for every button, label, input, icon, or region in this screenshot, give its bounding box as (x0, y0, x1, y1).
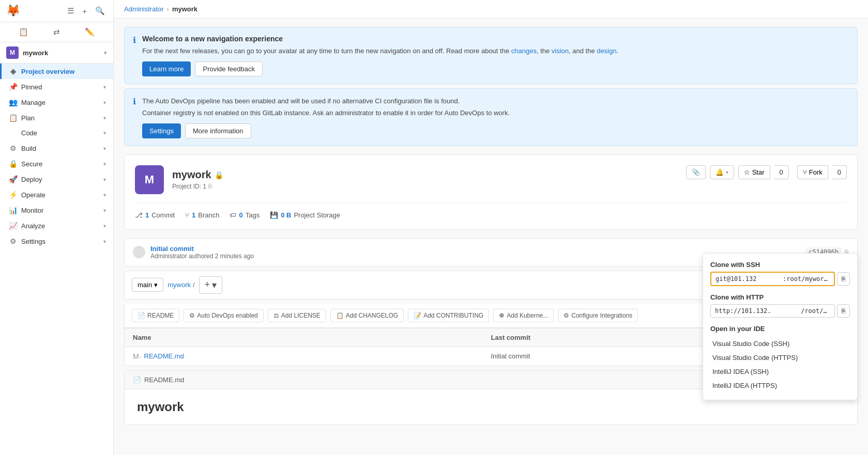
sidebar-item-secure[interactable]: 🔒 Secure ▾ (0, 156, 113, 171)
sidebar-item-project-overview[interactable]: ◈ Project overview (0, 64, 113, 79)
clone-ide-option[interactable]: IntelliJ IDEA (HTTPS) (710, 379, 850, 393)
sidebar-toggle-button[interactable]: ☰ (65, 4, 76, 18)
learn-more-button[interactable]: Learn more (142, 61, 191, 76)
sidebar-item-code[interactable]: Code ▾ (0, 125, 113, 140)
file-toolbar-left: main ▾ mywork / + ▾ (132, 276, 222, 294)
search-button[interactable]: 🔍 (93, 4, 107, 18)
breadcrumb: Administrator › mywork (114, 0, 868, 19)
project-selector-name: mywork (23, 49, 48, 57)
provide-feedback-button[interactable]: Provide feedback (195, 61, 262, 76)
notifications-button[interactable]: 🔔 ▾ (710, 165, 734, 179)
clone-http-copy-button[interactable]: ⎘ (837, 304, 850, 318)
fork-button[interactable]: ⑂ Fork (797, 165, 828, 179)
settings-button[interactable]: Settings (142, 123, 181, 138)
star-button[interactable]: ☆ Star (738, 165, 770, 179)
project-name-text: mywork (172, 169, 211, 181)
sidebar-item-label-monitor: Monitor (21, 207, 99, 214)
clone-ide-option[interactable]: Visual Studio Code (HTTPS) (710, 351, 850, 365)
sidebar-item-chevron-pinned: ▾ (103, 84, 106, 90)
devops-banner-line1: The Auto DevOps pipeline has been enable… (142, 96, 849, 106)
sidebar-item-icon-secure: 🔒 (9, 160, 17, 168)
file-path-breadcrumb: mywork / (167, 281, 194, 289)
project-avatar: M (6, 46, 19, 59)
banner-changes-link[interactable]: changes (511, 47, 537, 55)
new-item-button[interactable]: + (80, 5, 89, 18)
project-stat-branch[interactable]: ⑂1Branch (185, 211, 219, 219)
project-stat-project storage[interactable]: 💾0 BProject Storage (270, 211, 340, 219)
quick-action-add-kuberne...[interactable]: ☸Add Kuberne... (493, 309, 554, 322)
path-root[interactable]: mywork (167, 281, 191, 289)
quick-action-label: Auto DevOps enabled (197, 312, 257, 319)
main-wrapper: Administrator › mywork ℹ Welcome to a ne… (114, 0, 868, 455)
clone-ide-option[interactable]: IntelliJ IDEA (SSH) (710, 365, 850, 379)
sidebar-panel-icon[interactable]: 📋 (17, 25, 31, 39)
sidebar-item-settings[interactable]: ⚙ Settings ▾ (0, 233, 113, 249)
gitlab-logo-icon[interactable]: 🦊 (6, 4, 20, 18)
quick-action-add-license[interactable]: ⚖Add LICENSE (268, 309, 326, 322)
sidebar-item-chevron-operate: ▾ (103, 192, 106, 198)
sidebar-item-monitor[interactable]: 📊 Monitor ▾ (0, 202, 113, 218)
sidebar-item-pinned[interactable]: 📌 Pinned ▾ (0, 79, 113, 95)
devops-banner-actions: Settings More information (142, 123, 849, 138)
project-stat-commit[interactable]: ⎇1Commit (135, 211, 175, 219)
stat-icon: 💾 (270, 211, 278, 219)
sidebar-item-label-deploy: Deploy (21, 176, 99, 183)
project-info: mywork 🔒 Project ID: 1 ⎘ (172, 169, 223, 190)
more-information-button[interactable]: More information (185, 123, 251, 138)
banner-design-link[interactable]: design (597, 47, 616, 55)
sidebar-item-build[interactable]: ⚙ Build ▾ (0, 140, 113, 156)
commit-message[interactable]: Initial commit (150, 245, 254, 253)
configure-integrations-button[interactable]: ⚙Configure Integrations (558, 309, 638, 322)
quick-action-readme[interactable]: 📄README (132, 309, 179, 322)
sidebar-item-label-plan: Plan (21, 114, 99, 122)
stat-icon: 🏷 (230, 211, 236, 219)
project-id-row: Project ID: 1 ⎘ (172, 183, 223, 190)
breadcrumb-separator: › (167, 5, 169, 13)
merge-requests-icon[interactable]: ⇄ (51, 25, 62, 39)
sidebar-item-analyze[interactable]: 📈 Analyze ▾ (0, 218, 113, 233)
stat-value: 0 B (281, 211, 291, 219)
sidebar: 🦊 ☰ + 🔍 📋 ⇄ ✏️ M mywork ▾ ◈ Project over… (0, 0, 114, 455)
quick-action-add-contributing[interactable]: 📝Add CONTRIBUTING (408, 309, 489, 322)
file-name-cell[interactable]: M·README.md (133, 352, 491, 360)
star-label: Star (752, 168, 765, 176)
branch-selector-button[interactable]: main ▾ (132, 278, 163, 292)
sidebar-item-label-project-overview: Project overview (21, 68, 102, 75)
sidebar-item-icon-manage: 👥 (9, 98, 17, 106)
sidebar-item-deploy[interactable]: 🚀 Deploy ▾ (0, 171, 113, 187)
edit-icon[interactable]: ✏️ (83, 25, 97, 39)
sidebar-item-chevron-manage: ▾ (103, 100, 106, 105)
sidebar-item-chevron-secure: ▾ (103, 161, 106, 167)
banner-vision-link[interactable]: vision (552, 47, 569, 55)
project-selector[interactable]: M mywork ▾ (0, 42, 113, 64)
quick-action-add-changelog[interactable]: 📋Add CHANGELOG (330, 309, 404, 322)
fork-label: Fork (809, 168, 823, 176)
banner-text-mid2: , and the (569, 47, 597, 55)
breadcrumb-current: mywork (172, 5, 197, 13)
quick-action-label: Add LICENSE (281, 312, 321, 319)
sidebar-item-icon-pinned: 📌 (9, 83, 17, 91)
sidebar-item-chevron-settings: ▾ (103, 239, 106, 244)
banner-actions: Learn more Provide feedback (142, 61, 849, 76)
sidebar-item-chevron-analyze: ▾ (103, 223, 106, 229)
sidebar-nav-icons-bar: 📋 ⇄ ✏️ (0, 22, 113, 42)
project-id-copy-icon[interactable]: ⎘ (208, 183, 212, 190)
commit-author-avatar (133, 246, 145, 258)
configure-label: Configure Integrations (571, 312, 632, 319)
project-stat-tags[interactable]: 🏷0Tags (230, 211, 260, 219)
clone-http-input[interactable] (710, 304, 835, 318)
sidebar-item-icon-build: ⚙ (9, 144, 17, 152)
sidebar-item-manage[interactable]: 👥 Manage ▾ (0, 95, 113, 110)
add-file-button[interactable]: + ▾ (199, 276, 223, 294)
clone-ssh-input[interactable] (710, 272, 835, 286)
clone-ide-option[interactable]: Visual Studio Code (SSH) (710, 337, 850, 351)
star-count: 0 (774, 165, 789, 179)
breadcrumb-parent-link[interactable]: Administrator (124, 5, 164, 13)
sidebar-item-icon-project-overview: ◈ (9, 67, 17, 75)
quick-action-auto-devops-enabled[interactable]: ⚙Auto DevOps enabled (184, 309, 263, 322)
sidebar-item-plan[interactable]: 📋 Plan ▾ (0, 110, 113, 125)
sidebar-item-chevron-code: ▾ (103, 130, 106, 136)
sidebar-item-operate[interactable]: ⚡ Operate ▾ (0, 187, 113, 202)
clone-ssh-copy-button[interactable]: ⎘ (837, 272, 850, 286)
pin-button[interactable]: 📎 (686, 165, 706, 179)
